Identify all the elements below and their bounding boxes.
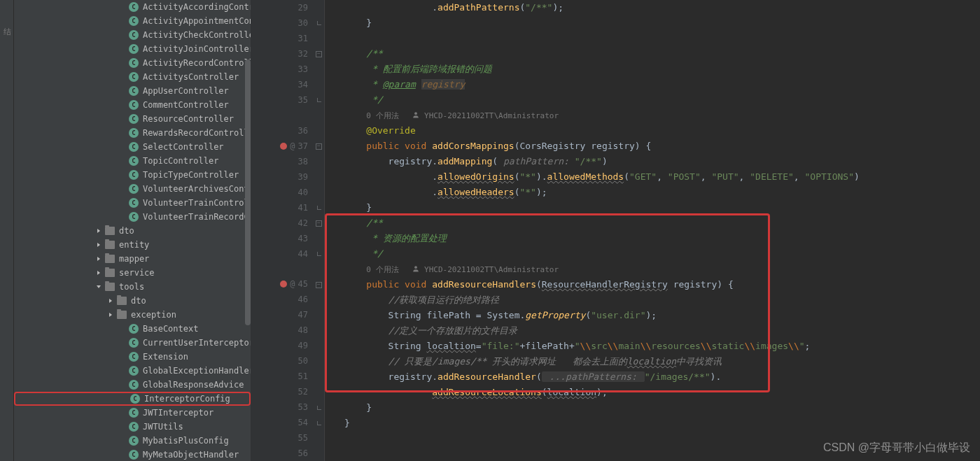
code-line[interactable]: 0 个用法 YHCD-20211002TT\Administrator: [344, 108, 980, 123]
usage-info[interactable]: 0 个用法: [366, 111, 412, 120]
tree-item-jwtinterceptor[interactable]: CJWTInterceptor: [14, 406, 251, 420]
fold-marker[interactable]: [314, 185, 324, 200]
code-line[interactable]: String localtion="file:"+filePath+"\\src…: [344, 339, 980, 354]
override-icon[interactable]: [280, 281, 287, 288]
fold-marker[interactable]: [314, 246, 324, 262]
code-line[interactable]: * @param registry: [344, 77, 980, 92]
fold-marker[interactable]: −: [314, 277, 324, 292]
code-line[interactable]: /**: [344, 215, 980, 231]
code-line[interactable]: registry.addResourceHandler( ...pathPatt…: [344, 369, 980, 385]
tree-item-commentcontroller[interactable]: CCommentController: [14, 98, 251, 112]
tree-item-topictypecontroller[interactable]: CTopicTypeController: [14, 168, 251, 182]
fold-marker[interactable]: [314, 308, 324, 323]
tree-item-selectcontroller[interactable]: CSelectController: [14, 140, 251, 154]
fold-marker[interactable]: [314, 416, 324, 431]
fold-marker[interactable]: [314, 62, 324, 77]
tree-item-activitycheckcontroller[interactable]: CActivityCheckController: [14, 28, 251, 42]
tree-item-basecontext[interactable]: CBaseContext: [14, 322, 251, 336]
fold-marker[interactable]: [314, 323, 324, 339]
tree-item-interceptorconfig[interactable]: CInterceptorConfig: [14, 392, 251, 406]
fold-marker[interactable]: [314, 123, 324, 139]
fold-marker[interactable]: [314, 339, 324, 354]
fold-marker[interactable]: [314, 200, 324, 215]
fold-marker[interactable]: [314, 15, 324, 31]
chevron-right-icon[interactable]: [95, 227, 102, 234]
author-info[interactable]: YHCD-20211002TT\Administrator: [419, 265, 559, 274]
code-line[interactable]: }: [344, 200, 980, 215]
tree-item-rewardsrecordcontroller[interactable]: CRewardsRecordController: [14, 126, 251, 140]
project-tree-sidebar[interactable]: CActivityAccordingControllerCActivityApp…: [14, 0, 251, 461]
fold-marker[interactable]: −: [314, 139, 324, 154]
tree-item-mapper[interactable]: mapper: [14, 252, 251, 266]
fold-marker[interactable]: [314, 108, 324, 123]
tree-item-dto[interactable]: dto: [14, 294, 251, 308]
code-line[interactable]: }: [344, 15, 980, 31]
code-line[interactable]: registry.addMapping( pathPattern: "/**"): [344, 154, 980, 169]
tree-item-service[interactable]: service: [14, 266, 251, 280]
fold-marker[interactable]: [314, 431, 324, 446]
code-line[interactable]: addResourceLocations(localtion);: [344, 385, 980, 400]
chevron-right-icon[interactable]: [95, 255, 102, 262]
chevron-right-icon[interactable]: [107, 297, 114, 304]
sidebar-scrollbar[interactable]: [245, 59, 251, 325]
tree-item-activityaccordingcontroller[interactable]: CActivityAccordingController: [14, 0, 251, 14]
fold-marker[interactable]: [314, 354, 324, 369]
tree-item-exception[interactable]: exception: [14, 308, 251, 322]
code-line[interactable]: }: [344, 400, 980, 416]
tree-item-resourcecontroller[interactable]: CResourceController: [14, 112, 251, 126]
fold-marker[interactable]: [314, 231, 324, 246]
code-line[interactable]: [344, 31, 980, 46]
code-line[interactable]: */: [344, 92, 980, 108]
fold-marker[interactable]: −: [314, 46, 324, 62]
code-line[interactable]: .allowedOrigins("*").allowedMethods("GET…: [344, 169, 980, 185]
tree-item-extension[interactable]: CExtension: [14, 350, 251, 364]
fold-marker[interactable]: [314, 262, 324, 277]
chevron-right-icon[interactable]: [95, 241, 102, 248]
code-area[interactable]: .addPathPatterns("/**"); } /** * 配置前后端跨域…: [325, 0, 980, 461]
code-line[interactable]: /**: [344, 46, 980, 62]
code-line[interactable]: */: [344, 246, 980, 262]
code-line[interactable]: .allowedHeaders("*");: [344, 185, 980, 200]
code-line[interactable]: * 配置前后端跨域报错的问题: [344, 62, 980, 77]
code-line[interactable]: .addPathPatterns("/**");: [344, 0, 980, 15]
fold-marker[interactable]: [314, 385, 324, 400]
tree-item-mybatisplusconfig[interactable]: CMybatisPlusConfig: [14, 434, 251, 448]
tree-item-topiccontroller[interactable]: CTopicController: [14, 154, 251, 168]
tree-item-jwtutils[interactable]: CJWTUtils: [14, 420, 251, 434]
code-line[interactable]: public void addResourceHandlers(Resource…: [344, 277, 980, 292]
code-line[interactable]: 0 个用法 YHCD-20211002TT\Administrator: [344, 262, 980, 277]
fold-marker[interactable]: [314, 31, 324, 46]
code-line[interactable]: * 资源的配置处理: [344, 231, 980, 246]
fold-marker[interactable]: [314, 369, 324, 385]
tree-item-volunteerarchivescontroller[interactable]: CVolunteerArchivesController: [14, 182, 251, 196]
code-editor[interactable]: 2930313233343536@3738394041424344@454647…: [251, 0, 980, 461]
chevron-right-icon[interactable]: [95, 269, 102, 276]
fold-marker[interactable]: [314, 169, 324, 185]
fold-marker[interactable]: [314, 92, 324, 108]
tree-item-tools[interactable]: tools: [14, 280, 251, 294]
fold-marker[interactable]: [314, 0, 324, 15]
tree-item-activityrecordcontroller[interactable]: CActivityRecordController: [14, 56, 251, 70]
tree-item-dto[interactable]: dto: [14, 224, 251, 238]
tree-item-activityjoincontroller[interactable]: CActivityJoinController: [14, 42, 251, 56]
usage-info[interactable]: 0 个用法: [366, 265, 412, 274]
tree-item-globalresponseadvice[interactable]: CGlobalResponseAdvice: [14, 378, 251, 392]
author-info[interactable]: YHCD-20211002TT\Administrator: [419, 111, 559, 120]
tree-item-mymetaobjecthandler[interactable]: CMyMetaObjectHandler: [14, 448, 251, 461]
code-line[interactable]: // 只要是/images/** 开头的请求网址 都会去上面的localtion…: [344, 354, 980, 369]
tree-item-globalexceptionhandler[interactable]: CGlobalExceptionHandler: [14, 364, 251, 378]
fold-marker[interactable]: [314, 446, 324, 461]
tree-item-volunteertraincontroller[interactable]: CVolunteerTrainController: [14, 196, 251, 210]
chevron-right-icon[interactable]: [107, 311, 114, 318]
tree-item-currentuserinterceptor[interactable]: CCurrentUserInterceptor: [14, 336, 251, 350]
fold-gutter[interactable]: −−−−: [314, 0, 325, 461]
tree-item-activityscontroller[interactable]: CActivitysController: [14, 70, 251, 84]
fold-marker[interactable]: −: [314, 215, 324, 231]
fold-marker[interactable]: [314, 292, 324, 308]
chevron-down-icon[interactable]: [95, 283, 102, 290]
tree-item-volunteertrainrecordcontroller[interactable]: CVolunteerTrainRecordController: [14, 210, 251, 224]
code-line[interactable]: String filePath = System.getProperty("us…: [344, 308, 980, 323]
fold-marker[interactable]: [314, 400, 324, 416]
code-line[interactable]: @Override: [344, 123, 980, 139]
tree-item-appusercontroller[interactable]: CAppUserController: [14, 84, 251, 98]
